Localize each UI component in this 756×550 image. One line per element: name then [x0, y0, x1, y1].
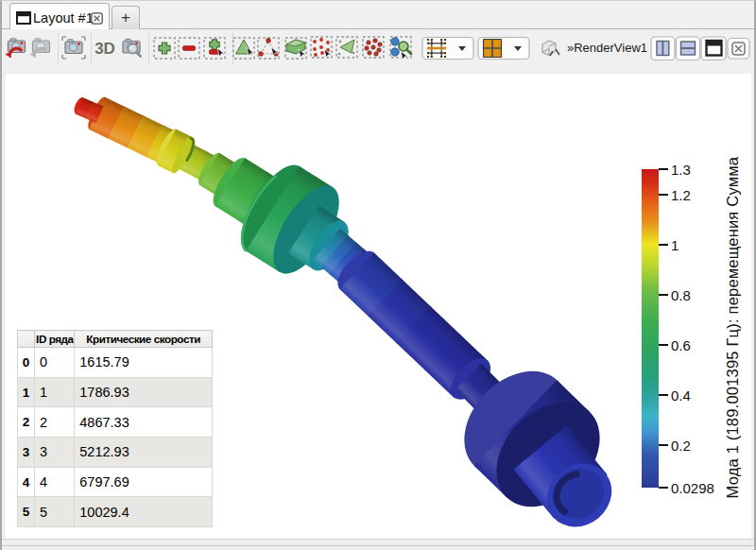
svg-text:3D: 3D [94, 40, 115, 58]
svg-text:»RenderView1: »RenderView1 [567, 41, 647, 55]
